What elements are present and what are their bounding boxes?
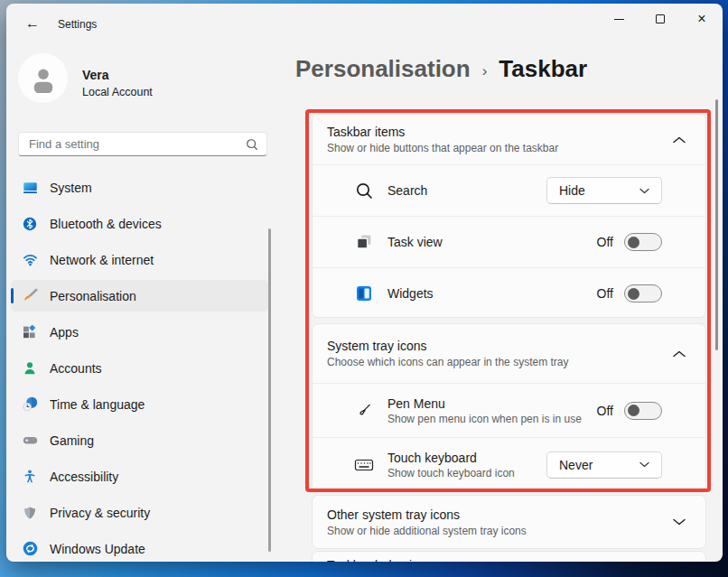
chevron-down-icon [639,188,649,194]
chevron-up-icon [673,136,686,144]
touch-keyboard-dropdown[interactable]: Never [546,451,662,479]
widgets-toggle[interactable] [624,284,662,302]
close-button[interactable]: × [681,4,723,34]
desktop-background: ← Settings × Vera Local Account System [0,0,728,577]
toggle-knob [628,237,639,248]
dropdown-value: Never [559,458,593,472]
sidebar-item-apps[interactable]: Apps [11,316,268,348]
widgets-icon [353,284,375,302]
breadcrumb-personalisation[interactable]: Personalisation [295,55,471,83]
search-visibility-dropdown[interactable]: Hide [546,177,662,204]
minimize-button[interactable] [598,4,639,34]
find-setting-input[interactable] [19,133,266,155]
sidebar-item-label: Personalisation [50,289,136,303]
settings-window: ← Settings × Vera Local Account System [6,4,723,562]
page-title: Taskbar [499,55,587,83]
system-tray-icons-card: System tray icons Choose which icons can… [312,323,706,491]
sidebar-nav: System Bluetooth & devices Network & int… [11,172,268,562]
account-name: Vera [82,68,109,82]
pen-menu-toggle[interactable] [624,402,662,420]
main-scrollbar[interactable] [715,99,718,350]
search-icon [353,181,375,200]
shield-icon [22,506,38,520]
section-subtitle: Show or hide additional system tray icon… [327,525,527,537]
pen-menu-setting-row: Pen Menu Show pen menu icon when pen is … [313,383,705,437]
sidebar-item-system[interactable]: System [11,172,268,203]
taskbar-behaviours-card[interactable]: Taskbar behaviours [312,551,706,562]
accessibility-icon [22,470,38,484]
section-title: Other system tray icons [327,507,527,522]
maximize-icon [656,14,665,23]
task-view-toggle[interactable] [624,233,662,251]
sidebar-item-privacy-security[interactable]: Privacy & security [11,497,268,528]
account-type: Local Account [82,86,153,98]
sidebar-item-windows-update[interactable]: Windows Update [11,533,268,562]
windows-update-icon [22,541,38,556]
back-button[interactable]: ← [17,12,48,35]
sidebar-item-label: Accessibility [50,470,118,484]
sidebar-item-label: System [50,181,92,195]
sidebar-item-personalisation[interactable]: Personalisation [11,280,268,312]
touch-keyboard-icon [353,456,375,474]
system-tray-expander[interactable]: System tray icons Choose which icons can… [313,324,705,383]
setting-label: Touch keyboard [387,451,515,465]
search-setting-row: Search Hide [313,164,705,216]
sidebar-item-time-language[interactable]: Time & language [11,388,268,420]
chevron-down-icon [673,518,686,526]
sidebar-item-label: Network & internet [50,253,154,267]
toggle-state-label: Off [597,404,613,418]
task-view-icon [353,233,375,251]
toggle-state-label: Off [597,235,613,249]
sidebar-item-gaming[interactable]: Gaming [11,424,268,456]
taskbar-items-expander[interactable]: Taskbar items Show or hide buttons that … [313,115,705,164]
section-title: Taskbar items [327,125,558,139]
toggle-knob [628,288,639,300]
setting-description: Show pen menu icon when pen is in use [387,413,582,425]
person-icon [29,64,58,93]
maximize-button[interactable] [639,4,681,34]
sidebar-item-label: Gaming [50,433,94,448]
sidebar-item-label: Privacy & security [50,506,150,520]
sidebar-item-label: Apps [50,325,79,340]
other-tray-expander[interactable]: Other system tray icons Show or hide add… [313,496,705,548]
breadcrumb-separator: › [482,62,488,80]
chevron-up-icon [673,350,686,358]
setting-label: Widgets [387,286,434,301]
minimize-icon [614,19,624,20]
other-system-tray-icons-card: Other system tray icons Show or hide add… [312,495,706,549]
bluetooth-icon [22,217,38,231]
sidebar-item-accounts[interactable]: Accounts [11,352,268,384]
pen-icon [353,402,375,420]
sidebar-scrollbar[interactable] [268,228,271,552]
sidebar-item-label: Bluetooth & devices [50,217,162,231]
window-title: Settings [58,18,97,31]
sidebar-item-bluetooth-devices[interactable]: Bluetooth & devices [11,208,268,239]
touch-keyboard-setting-row: Touch keyboard Show touch keyboard icon … [313,437,705,491]
system-icon [22,180,38,195]
sidebar-item-accessibility[interactable]: Accessibility [11,461,268,492]
close-icon: × [697,12,705,26]
breadcrumb: Personalisation › Taskbar [295,55,587,83]
apps-icon [22,325,38,340]
sidebar-item-label: Windows Update [50,542,145,556]
chevron-down-icon [639,461,649,468]
section-subtitle: Choose which icons can appear in the sys… [327,356,568,368]
sidebar-item-label: Accounts [50,361,102,376]
section-title: System tray icons [327,339,568,353]
dropdown-value: Hide [559,183,585,198]
search-box [18,132,267,156]
toggle-state-label: Off [597,286,613,301]
avatar [18,53,68,103]
setting-label: Task view [387,235,443,249]
widgets-setting-row: Widgets Off [313,267,705,318]
back-arrow-icon: ← [25,15,40,32]
personalisation-icon [22,288,38,303]
setting-label: Search [387,183,427,198]
task-view-setting-row: Task view Off [313,216,705,267]
gaming-icon [22,433,38,448]
network-icon [22,252,38,267]
sidebar-item-network-internet[interactable]: Network & internet [11,244,268,275]
search-icon[interactable] [246,138,258,151]
accounts-icon [22,361,38,376]
section-title: Taskbar behaviours [327,558,691,562]
